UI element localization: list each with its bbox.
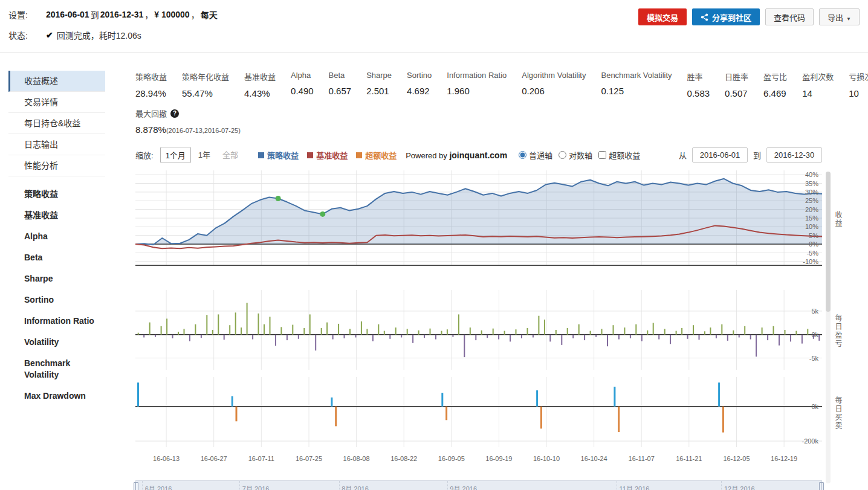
- metric-label: 亏损次数: [849, 71, 868, 82]
- daily-pnl-chart-block: 5k0k-5k 每日盈亏: [135, 290, 822, 372]
- excess-return-checkbox[interactable]: [598, 151, 606, 159]
- returns-chart[interactable]: 40%35%30%25%20%15%10%5%0%-5%-10%: [135, 170, 822, 268]
- view-code-button[interactable]: 查看代码: [765, 8, 814, 25]
- settings-capital: ¥ 100000: [154, 10, 189, 19]
- metric-value: 6.469: [763, 88, 787, 98]
- navigator-left-handle[interactable]: [134, 482, 138, 490]
- svg-text:40%: 40%: [805, 171, 818, 178]
- legend-item[interactable]: 基准收益: [307, 149, 348, 161]
- legend-label: 基准收益: [316, 149, 348, 161]
- metric-column: Sharpe2.501: [366, 71, 392, 98]
- sidebar-metric-link[interactable]: Volatility: [8, 332, 105, 353]
- sidebar-nav-item[interactable]: 交易详情: [8, 92, 105, 113]
- sidebar-nav-item[interactable]: 每日持仓&收益: [8, 113, 105, 134]
- sidebar-nav-item[interactable]: 日志输出: [8, 134, 105, 155]
- returns-chart-svg: 40%35%30%25%20%15%10%5%0%-5%-10%: [135, 170, 822, 266]
- header-info: 设置: 2016-06-01 到 2016-12-31 ， ¥ 100000 ，…: [8, 8, 218, 50]
- sidebar-metric-link[interactable]: 策略收益: [8, 184, 105, 205]
- metric-value: 0.206: [522, 86, 586, 96]
- sidebar-metric-link[interactable]: Beta: [8, 247, 105, 268]
- axis-option[interactable]: 普通轴: [519, 149, 552, 161]
- axis-radio[interactable]: [519, 151, 526, 159]
- excess-return-option[interactable]: 超额收益: [598, 149, 640, 161]
- caret-down-icon: ▼: [846, 16, 851, 22]
- date-to-input[interactable]: [766, 147, 822, 163]
- sidebar-metric-link[interactable]: Information Ratio: [8, 311, 105, 332]
- zoom-button[interactable]: 1年: [193, 147, 215, 163]
- svg-text:5%: 5%: [809, 232, 818, 239]
- sidebar-metric-link[interactable]: Max Drawdown: [8, 385, 105, 407]
- navigator-month-tick: [447, 481, 448, 490]
- sidebar-nav-item[interactable]: 性能分析: [8, 155, 105, 176]
- daily-trades-chart[interactable]: 0k-200k: [135, 377, 822, 450]
- help-icon[interactable]: ?: [170, 109, 179, 118]
- settings-frequency: 每天: [201, 8, 218, 21]
- sidebar-metric-link[interactable]: Sharpe: [8, 268, 105, 289]
- metric-value: 2.501: [366, 86, 392, 96]
- sidebar-nav-item[interactable]: 收益概述: [8, 71, 105, 92]
- svg-text:-200k: -200k: [802, 437, 818, 445]
- sidebar-metric-link[interactable]: Benchmark Volatility: [8, 353, 105, 385]
- share-button-label: 分享到社区: [712, 11, 751, 23]
- navigator-right-handle[interactable]: [819, 482, 824, 490]
- svg-text:15%: 15%: [805, 214, 818, 222]
- charts-area: 40%35%30%25%20%15%10%5%0%-5%-10% 收益 5k0k…: [135, 170, 861, 490]
- powered-prefix: Powered by: [406, 151, 449, 160]
- svg-text:0k: 0k: [811, 403, 818, 410]
- svg-text:10%: 10%: [805, 223, 818, 230]
- zoom-button[interactable]: 1个月: [160, 147, 191, 163]
- settings-separator: ，: [191, 8, 199, 21]
- sidebar-metric-link[interactable]: Alpha: [8, 226, 105, 247]
- metric-label: 日胜率: [725, 71, 748, 82]
- returns-axis-title: 收益: [833, 211, 843, 228]
- svg-text:-5%: -5%: [806, 250, 818, 257]
- metric-column: 胜率0.583: [687, 71, 710, 98]
- settings-date-to: 2016-12-31: [100, 10, 144, 19]
- metric-value: 0.125: [601, 86, 672, 96]
- sidebar-metric-link[interactable]: Sortino: [8, 289, 105, 311]
- zoom-button[interactable]: 全部: [218, 147, 243, 163]
- svg-text:-5k: -5k: [809, 355, 819, 362]
- metric-column: 亏损次数10: [849, 71, 868, 98]
- metric-label: Sortino: [407, 71, 432, 80]
- excess-return-label: 超额收益: [609, 149, 640, 161]
- metric-label: Benchmark Volatility: [601, 71, 672, 80]
- x-axis-tick-label: 16-10-10: [533, 455, 560, 462]
- date-from-input[interactable]: [692, 147, 748, 163]
- x-axis-tick-label: 16-09-05: [438, 455, 465, 462]
- vertical-scrollbar[interactable]: [826, 172, 831, 483]
- legend-item[interactable]: 策略收益: [258, 149, 299, 161]
- axis-radio[interactable]: [559, 151, 566, 159]
- svg-text:0%: 0%: [809, 240, 818, 248]
- axis-option[interactable]: 对数轴: [559, 149, 592, 161]
- chart-navigator[interactable]: 6月 20167月 20168月 20169月 201611月 201612月 …: [135, 480, 822, 490]
- navigator-month-label: 6月 2016: [145, 483, 172, 490]
- metric-value: 55.47%: [182, 88, 229, 98]
- metric-column: Information Ratio1.960: [447, 71, 507, 98]
- legend-item[interactable]: 超额收益: [356, 149, 397, 161]
- metric-label: 盈亏比: [763, 71, 787, 82]
- x-axis-tick-label: 16-06-13: [153, 455, 180, 462]
- sidebar-metric-link[interactable]: 基准收益: [8, 205, 105, 226]
- check-icon: ✔: [46, 30, 53, 40]
- daily-pnl-chart[interactable]: 5k0k-5k: [135, 290, 822, 372]
- from-label: 从: [679, 149, 687, 161]
- navigator-month-label: 12月 2016: [724, 483, 755, 490]
- share-to-community-button[interactable]: 分享到社区: [692, 8, 760, 25]
- content: 收益概述交易详情每日持仓&收益日志输出性能分析策略收益基准收益AlphaBeta…: [0, 53, 868, 490]
- navigator-month-tick: [142, 481, 143, 490]
- metric-column: Alpha0.490: [291, 71, 314, 98]
- navigator-month-tick: [617, 481, 617, 490]
- main-panel: 策略收益28.94%策略年化收益55.47%基准收益4.43%Alpha0.49…: [135, 71, 868, 490]
- metric-column: Sortino4.692: [407, 71, 432, 98]
- navigator-month-tick: [721, 481, 722, 490]
- svg-text:35%: 35%: [805, 180, 818, 187]
- vertical-scrollbar-thumb[interactable]: [826, 172, 831, 312]
- sidebar-separator: [8, 176, 105, 184]
- legend-swatch: [356, 152, 362, 158]
- navigator-month-tick: [339, 481, 340, 490]
- settings-date-from: 2016-06-01: [46, 10, 89, 19]
- simulate-trade-button[interactable]: 模拟交易: [638, 8, 687, 25]
- metric-label: 策略收益: [135, 71, 167, 82]
- export-button[interactable]: 导出▼: [819, 8, 860, 25]
